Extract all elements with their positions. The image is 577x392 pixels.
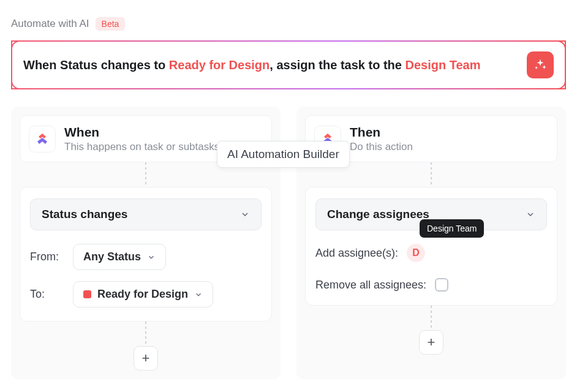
from-status-select[interactable]: Any Status [73,244,166,270]
to-label: To: [30,288,63,301]
from-label: From: [30,251,63,263]
header-row: Automate with AI Beta [11,17,566,31]
when-header-text: When This happens on task or subtasks [64,124,219,153]
assignee-tooltip: Design Team [420,219,484,238]
trigger-label: Status changes [42,208,127,221]
status-color-dot [83,290,91,298]
remove-assignees-row: Remove all assignees: [315,278,547,292]
prompt-team: Design Team [405,58,480,72]
then-card: Change assignees Design Team Add assigne… [305,187,557,306]
assignee-initial: D [412,247,420,258]
ai-prompt-text: When Status changes to Ready for Design,… [23,58,480,72]
plus-icon: + [428,334,436,350]
floating-tooltip: AI Automation Builder [217,141,350,168]
then-header-text: Then Do this action [350,124,413,153]
prompt-middle: , assign the task to the [270,58,405,72]
beta-badge: Beta [96,17,126,31]
ai-prompt-input[interactable]: When Status changes to Ready for Design,… [11,40,566,89]
chevron-down-icon [240,209,250,219]
clickup-icon [29,126,56,153]
then-subtitle: Do this action [350,141,413,153]
when-title: When [64,124,219,140]
plus-icon: + [142,350,150,366]
chevron-down-icon [526,209,535,219]
remove-assignees-checkbox[interactable] [435,278,448,292]
trigger-select[interactable]: Status changes [30,198,262,230]
connector-line [431,162,432,187]
then-title: Then [350,124,413,140]
chevron-down-icon [147,253,156,262]
sparkle-icon [534,58,547,72]
from-row: From: Any Status [30,244,262,270]
to-value: Ready for Design [97,288,188,301]
connector-line [145,162,146,187]
add-assignee-label: Add assignee(s): [315,247,398,260]
action-label: Change assignees [327,208,429,221]
ai-generate-button[interactable] [527,51,554,78]
remove-assignees-label: Remove all assignees: [315,279,426,292]
when-card: Status changes From: Any Status To: Read… [20,187,272,322]
chevron-down-icon [194,290,203,299]
add-assignee-row: Design Team Add assignee(s): D [315,244,547,262]
from-value: Any Status [83,251,141,263]
page-title: Automate with AI [11,18,89,30]
add-trigger-button[interactable]: + [134,346,158,371]
assignee-avatar[interactable]: D [407,244,425,262]
to-status-select[interactable]: Ready for Design [73,281,213,307]
to-row: To: Ready for Design [30,281,262,307]
prompt-status: Ready for Design [169,58,270,72]
when-subtitle: This happens on task or subtasks [64,141,219,153]
connector-line [431,306,432,330]
add-action-button[interactable]: + [419,330,443,355]
connector-line [145,322,146,346]
prompt-prefix: When Status changes to [23,58,169,72]
